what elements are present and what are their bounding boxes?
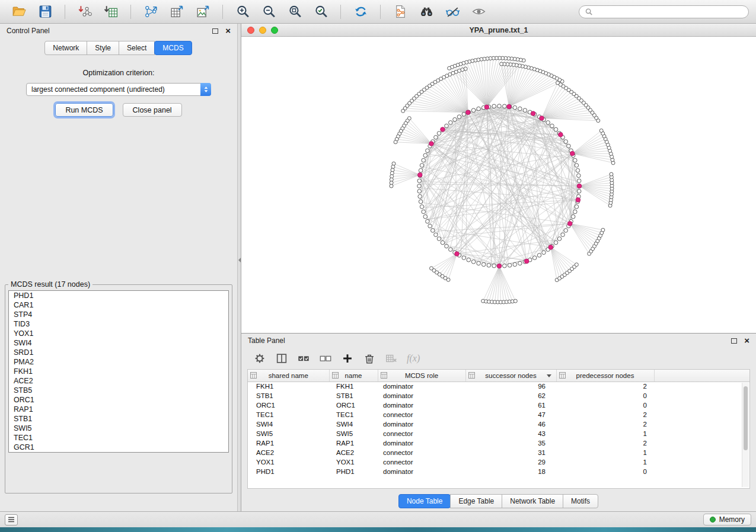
scrollbar-thumb[interactable]	[744, 386, 748, 450]
result-node-item[interactable]: GCR1	[9, 443, 228, 452]
table-row[interactable]: FKH1FKH1dominator962	[248, 382, 749, 391]
refresh-layout-button[interactable]	[349, 2, 372, 21]
add-column-icon[interactable]	[341, 352, 354, 365]
show-hide-button[interactable]	[467, 2, 490, 21]
result-node-item[interactable]: ORC1	[9, 395, 228, 405]
result-node-item[interactable]: PHD1	[9, 291, 228, 300]
float-panel-icon[interactable]	[212, 28, 218, 34]
show-columns-icon[interactable]	[275, 352, 288, 365]
criterion-selected-value: largest connected component (undirected)	[27, 85, 200, 94]
network-canvas[interactable]	[241, 37, 756, 333]
export-image-button[interactable]	[191, 2, 215, 21]
result-node-item[interactable]: STB5	[9, 386, 228, 395]
table-scrollbar[interactable]	[742, 383, 749, 487]
result-node-item[interactable]: FKH1	[9, 367, 228, 376]
tab-motifs[interactable]: Motifs	[563, 494, 598, 508]
toolbar-separator	[222, 5, 223, 19]
node-table: shared name name MCDS role successor nod…	[248, 370, 749, 476]
table-row[interactable]: SWI4SWI4dominator462	[248, 419, 749, 429]
import-table-icon	[104, 4, 119, 19]
import-table-button[interactable]	[99, 2, 123, 21]
deselect-all-icon[interactable]	[319, 352, 332, 365]
minimize-window-icon[interactable]	[259, 27, 266, 34]
tab-style[interactable]: Style	[87, 41, 119, 55]
result-node-item[interactable]: SRD1	[9, 348, 228, 357]
table-row[interactable]: ACE2ACE2connector311	[248, 448, 749, 457]
table-row[interactable]: YOX1YOX1connector291	[248, 457, 749, 467]
column-header-mcds-role[interactable]: MCDS role	[378, 370, 465, 382]
vertical-splitter[interactable]	[237, 24, 241, 511]
close-window-icon[interactable]	[247, 27, 254, 34]
eye-icon	[471, 4, 486, 19]
mcds-result-list[interactable]: PHD1CAR1STP4TID3YOX1SWI4SRD1PMA2FKH1ACE2…	[8, 290, 229, 453]
export-image-icon	[196, 4, 210, 19]
table-panel-header: Table Panel ×	[241, 334, 756, 348]
filter-view-button[interactable]	[441, 2, 464, 21]
select-all-icon[interactable]	[297, 352, 310, 365]
result-node-item[interactable]: PMA2	[9, 357, 228, 367]
maximize-window-icon[interactable]	[271, 27, 278, 34]
tab-network[interactable]: Network	[44, 41, 87, 55]
task-history-button[interactable]	[5, 514, 18, 525]
import-network-button[interactable]	[73, 2, 97, 21]
column-header-successor-nodes[interactable]: successor nodes	[465, 370, 556, 382]
close-panel-button[interactable]: Close panel	[123, 103, 182, 117]
save-session-button[interactable]	[33, 2, 57, 21]
node-table-container: shared name name MCDS role successor nod…	[247, 369, 750, 489]
column-type-icon	[468, 372, 475, 380]
binoculars-icon	[419, 4, 434, 19]
close-panel-icon[interactable]: ×	[744, 337, 749, 344]
table-settings-gear-icon[interactable]	[253, 352, 266, 365]
result-node-item[interactable]: STB1	[9, 414, 228, 424]
toolbar-separator	[340, 5, 341, 19]
column-header-shared-name[interactable]: shared name	[248, 370, 329, 382]
float-panel-icon[interactable]	[731, 338, 737, 344]
table-row[interactable]: SWI5SWI5connector431	[248, 429, 749, 438]
table-row[interactable]: TEC1TEC1connector472	[248, 410, 749, 419]
tab-node-table[interactable]: Node Table	[398, 494, 451, 508]
desktop-wallpaper	[0, 527, 756, 532]
tab-select[interactable]: Select	[119, 41, 155, 55]
sort-indicator-icon[interactable]	[547, 374, 551, 377]
application-window: Control Panel × Network Style Select MCD…	[0, 0, 756, 527]
open-file-button[interactable]	[7, 2, 31, 21]
result-node-item[interactable]: ACE2	[9, 376, 228, 386]
result-node-item[interactable]: CAR1	[9, 300, 228, 310]
close-panel-icon[interactable]: ×	[225, 27, 231, 34]
result-node-item[interactable]: RAP1	[9, 405, 228, 414]
export-document-button[interactable]	[388, 2, 412, 21]
run-mcds-button[interactable]: Run MCDS	[55, 103, 113, 117]
result-node-item[interactable]: TEC1	[9, 433, 228, 443]
result-node-item[interactable]: YOX1	[9, 329, 228, 338]
toolbar-separator	[380, 5, 381, 19]
memory-label: Memory	[719, 515, 745, 524]
table-row[interactable]: PHD1PHD1dominator180	[248, 467, 749, 476]
export-table-button[interactable]	[165, 2, 189, 21]
result-node-item[interactable]: TID3	[9, 319, 228, 329]
result-node-item[interactable]: STP4	[9, 310, 228, 319]
zoom-fit-button[interactable]	[283, 2, 307, 21]
optimization-criterion-select[interactable]: largest connected component (undirected)	[26, 83, 211, 96]
splitter-collapse-icon[interactable]	[238, 258, 241, 262]
column-header-name[interactable]: name	[329, 370, 378, 382]
table-row[interactable]: RAP1RAP1dominator352	[248, 438, 749, 448]
export-network-button[interactable]	[139, 2, 162, 21]
table-row[interactable]: STB1STB1dominator620	[248, 391, 749, 400]
delete-column-icon[interactable]	[363, 352, 376, 365]
memory-button[interactable]: Memory	[703, 514, 751, 525]
tab-mcds[interactable]: MCDS	[154, 41, 192, 55]
result-node-item[interactable]: SWI5	[9, 424, 228, 433]
table-row[interactable]: ORC1ORC1dominator610	[248, 400, 749, 410]
tab-network-table[interactable]: Network Table	[502, 494, 563, 508]
list-icon	[8, 517, 15, 523]
search-input[interactable]	[579, 5, 749, 18]
zoom-selected-button[interactable]	[309, 2, 333, 21]
zoom-out-button[interactable]	[257, 2, 280, 21]
result-node-item[interactable]: SWI4	[9, 338, 228, 348]
table-header-row: shared name name MCDS role successor nod…	[248, 370, 749, 382]
tab-edge-table[interactable]: Edge Table	[450, 494, 502, 508]
search-network-button[interactable]	[414, 2, 438, 21]
zoom-in-button[interactable]	[231, 2, 254, 21]
import-network-icon	[78, 4, 92, 19]
column-header-predecessor-nodes[interactable]: predecessor nodes	[556, 370, 654, 382]
